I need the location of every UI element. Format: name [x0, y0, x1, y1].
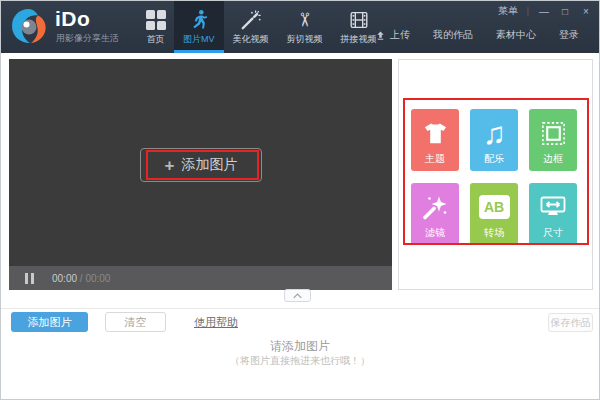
main-nav: 首页 图片MV [137, 1, 386, 53]
my-works-link[interactable]: 我的作品 [433, 28, 473, 42]
header-actions: 上传 我的作品 素材中心 登录 [375, 28, 579, 42]
menu-button[interactable]: 菜单 [498, 4, 518, 18]
close-button[interactable]: × [580, 6, 592, 17]
tab-beautify-video[interactable]: 美化视频 [224, 1, 278, 53]
brand-tagline: 用影像分享生活 [56, 32, 119, 45]
tile-filter[interactable]: 滤镜 [411, 183, 459, 245]
upload-button[interactable]: 上传 [375, 28, 410, 42]
player-controls-bar: 00:00 / 00:00 [9, 266, 392, 290]
pause-icon[interactable] [25, 273, 34, 284]
tab-join-video[interactable]: 拼接视频 [332, 1, 386, 53]
magic-wand-icon [240, 7, 262, 32]
minimize-button[interactable]: — [538, 6, 550, 17]
ido-logo-icon [9, 6, 49, 46]
divider: | [527, 6, 529, 16]
login-link[interactable]: 登录 [559, 28, 579, 42]
save-work-button[interactable]: 保存作品 [548, 313, 593, 332]
tile-border[interactable]: 边框 [529, 109, 577, 171]
tool-tiles-grid: 主题 ♫ 配乐 边框 [411, 109, 577, 245]
help-link[interactable]: 使用帮助 [194, 315, 238, 330]
empty-state-hint: （将图片直接拖进来也行哦！） [1, 354, 599, 368]
footer-divider [1, 308, 599, 309]
app-window: iDo 用影像分享生活 首页 图片MV [0, 0, 600, 400]
grid-icon [146, 7, 165, 32]
music-note-icon: ♫ [470, 116, 518, 150]
video-preview-panel: + 添加图片 00:00 / 00:00 [9, 59, 392, 290]
upload-arrow-icon [375, 30, 386, 41]
tools-panel: 主题 ♫ 配乐 边框 [398, 59, 593, 290]
header-bar: iDo 用影像分享生活 首页 图片MV [1, 1, 599, 53]
clear-button[interactable]: 清空 [105, 312, 166, 332]
plus-icon: + [165, 157, 175, 174]
ab-letters-icon: AB [470, 190, 518, 224]
screen-size-icon [529, 190, 577, 224]
tile-size[interactable]: 尺寸 [529, 183, 577, 245]
brand-name: iDo [55, 7, 90, 31]
scissors-icon: ✂ [297, 7, 313, 32]
magic-wand-star-icon [411, 190, 459, 224]
tile-theme[interactable]: 主题 [411, 109, 459, 171]
stamp-frame-icon [529, 116, 577, 150]
tab-cut-video[interactable]: ✂ 剪切视频 [278, 1, 332, 53]
window-controls: 菜单 | — □ × [498, 4, 592, 18]
tile-music[interactable]: ♫ 配乐 [470, 109, 518, 171]
add-images-button-preview[interactable]: + 添加图片 [140, 148, 262, 182]
chevron-up-icon [292, 293, 303, 299]
material-center-link[interactable]: 素材中心 [496, 28, 536, 42]
collapse-panel-button[interactable] [284, 289, 311, 302]
film-strip-icon [348, 7, 370, 32]
playback-time: 00:00 / 00:00 [52, 273, 110, 284]
maximize-button[interactable]: □ [559, 6, 571, 17]
add-images-button[interactable]: 添加图片 [11, 312, 88, 332]
tab-photo-mv[interactable]: 图片MV [174, 1, 224, 53]
tile-transition[interactable]: AB 转场 [470, 183, 518, 245]
running-person-icon [188, 7, 210, 32]
tab-home[interactable]: 首页 [137, 1, 174, 53]
tshirt-icon [411, 116, 459, 150]
empty-state-title: 请添加图片 [1, 338, 599, 355]
